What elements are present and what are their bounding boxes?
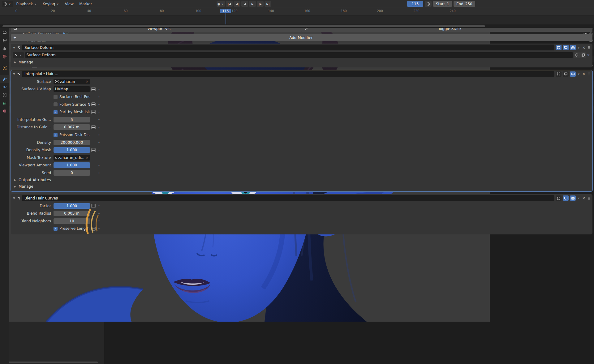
tab-output[interactable]: [0, 28, 9, 36]
attribute-toggle-icon[interactable]: [91, 204, 96, 208]
tab-material[interactable]: [0, 107, 9, 115]
preserve-length-checkbox[interactable]: ✓: [54, 227, 58, 231]
tab-object-data[interactable]: [0, 99, 9, 107]
prev-keyframe-button[interactable]: ◀|: [234, 1, 240, 7]
modifier-name-field[interactable]: Interpolate Hair ...: [22, 71, 554, 77]
copy-nodegroup-button[interactable]: [580, 52, 586, 58]
realtime-toggle[interactable]: [563, 45, 569, 50]
tab-modifiers[interactable]: [0, 75, 9, 83]
drag-handle-icon[interactable]: [587, 196, 591, 200]
edit-mode-toggle[interactable]: [556, 71, 562, 77]
distance-to-guides-field[interactable]: 0.007 m: [54, 124, 90, 130]
animate-dot[interactable]: •: [97, 95, 101, 99]
realtime-toggle[interactable]: [563, 195, 569, 201]
frame-start-field[interactable]: Start1: [433, 1, 452, 7]
edit-mode-toggle[interactable]: [556, 45, 562, 50]
density-field[interactable]: 200000.000: [54, 140, 90, 145]
render-toggle[interactable]: [570, 45, 576, 50]
tab-world[interactable]: [0, 53, 9, 61]
close-modifier-icon[interactable]: ×: [582, 72, 586, 76]
properties-body: hair done › Interpolate Hair Curves Appl…: [9, 8, 594, 364]
next-keyframe-button[interactable]: |▶: [257, 1, 264, 7]
tab-constraints[interactable]: [0, 91, 9, 99]
unlink-nodegroup-icon[interactable]: ×: [586, 53, 591, 57]
current-frame-field[interactable]: 115: [407, 1, 423, 7]
timeline-ruler[interactable]: 0 20 40 60 80 100 120 140 160 180 200 22…: [0, 8, 594, 16]
attribute-toggle-icon[interactable]: [91, 148, 96, 152]
playhead-line[interactable]: [226, 12, 226, 24]
attribute-toggle-icon[interactable]: [91, 125, 96, 129]
use-preview-range-toggle[interactable]: [425, 1, 432, 7]
animate-dot[interactable]: •: [97, 148, 101, 152]
subpanel-output-attributes[interactable]: ▶Output Attributes: [11, 177, 592, 183]
render-toggle[interactable]: [570, 195, 576, 201]
menu-playback[interactable]: Playback∨: [14, 2, 39, 6]
play-button[interactable]: ▶: [249, 1, 256, 7]
animate-dot[interactable]: •: [97, 171, 101, 175]
menu-marker[interactable]: Marker: [77, 2, 94, 6]
interpolation-guides-field[interactable]: 5: [54, 117, 90, 122]
playhead-badge[interactable]: 115: [220, 9, 231, 13]
animate-dot[interactable]: •: [97, 110, 101, 114]
close-modifier-icon[interactable]: ×: [582, 45, 586, 50]
close-modifier-icon[interactable]: ×: [582, 196, 586, 200]
drag-handle-icon[interactable]: [587, 72, 591, 76]
modifier-name-field[interactable]: Blend Hair Curves: [22, 195, 554, 201]
tab-object[interactable]: [0, 64, 9, 72]
editor-type-dropdown[interactable]: ∨: [2, 1, 13, 7]
poisson-disk-checkbox[interactable]: ✓: [54, 133, 58, 137]
seed-field[interactable]: 0: [54, 170, 90, 176]
modifier-name-field[interactable]: Surface Deform: [22, 45, 554, 50]
extras-chevron-icon[interactable]: ∨: [577, 197, 580, 200]
object-icon: [55, 80, 59, 84]
animate-dot[interactable]: •: [97, 204, 101, 208]
auto-keying-toggle[interactable]: ◉∨: [217, 1, 225, 7]
animate-dot[interactable]: •: [97, 164, 101, 167]
timeline-track-area[interactable]: [0, 16, 594, 24]
clear-icon[interactable]: ×: [86, 79, 88, 84]
menu-keying[interactable]: Keying∨: [41, 2, 62, 6]
expand-chevron-icon[interactable]: ▼: [12, 197, 16, 200]
menu-view[interactable]: View: [63, 2, 76, 6]
render-toggle[interactable]: [570, 71, 576, 77]
follow-surface-normal-checkbox[interactable]: [54, 102, 58, 106]
tab-view-layer[interactable]: [0, 36, 9, 45]
surface-object-field[interactable]: zaharan×: [54, 79, 90, 84]
animate-dot[interactable]: •: [97, 88, 101, 91]
timeline-scrollbar[interactable]: [2, 25, 485, 27]
realtime-toggle[interactable]: [563, 71, 569, 77]
animate-dot[interactable]: •: [97, 141, 101, 144]
subpanel-manage[interactable]: ▶Manage: [11, 183, 592, 190]
edit-mode-toggle[interactable]: [556, 195, 562, 201]
frame-end-field[interactable]: End250: [454, 1, 475, 7]
clear-icon[interactable]: ×: [86, 156, 88, 160]
extras-chevron-icon[interactable]: ∨: [577, 46, 580, 49]
drag-handle-icon[interactable]: [587, 46, 591, 49]
animate-dot[interactable]: •: [97, 103, 101, 106]
surface-uv-map-field[interactable]: UVMap: [54, 86, 90, 92]
play-reverse-button[interactable]: ◀: [241, 1, 248, 7]
animate-dot[interactable]: •: [97, 118, 101, 121]
attribute-toggle-icon[interactable]: [91, 110, 96, 114]
tab-scene[interactable]: [0, 45, 9, 53]
nodegroup-name-field[interactable]: Surface Deform: [25, 52, 573, 58]
expand-chevron-icon[interactable]: ▼: [12, 46, 16, 49]
viewport-amount-slider[interactable]: 1.000: [54, 162, 90, 168]
mask-texture-field[interactable]: zaharan_udi...×: [54, 155, 90, 161]
fake-user-button[interactable]: [574, 52, 580, 58]
expand-chevron-icon[interactable]: ▼: [12, 72, 16, 75]
attribute-toggle-icon[interactable]: [91, 102, 96, 106]
animate-dot[interactable]: •: [97, 126, 101, 129]
surface-rest-position-checkbox[interactable]: [54, 95, 58, 99]
animate-dot[interactable]: •: [97, 133, 101, 137]
subpanel-manage[interactable]: ▶Manage: [11, 59, 592, 66]
nodegroup-browse-dropdown[interactable]: ∨: [13, 52, 24, 58]
tab-physics[interactable]: [0, 83, 9, 91]
jump-to-end-button[interactable]: ▶|: [265, 1, 271, 7]
density-mask-slider[interactable]: 1.000: [54, 147, 90, 153]
attribute-toggle-icon[interactable]: [91, 87, 96, 91]
extras-chevron-icon[interactable]: ∨: [577, 72, 580, 75]
part-by-mesh-islands-checkbox[interactable]: ✓: [54, 110, 58, 114]
add-modifier-button[interactable]: +Add Modifier: [11, 34, 592, 41]
jump-to-start-button[interactable]: |◀: [226, 1, 233, 7]
